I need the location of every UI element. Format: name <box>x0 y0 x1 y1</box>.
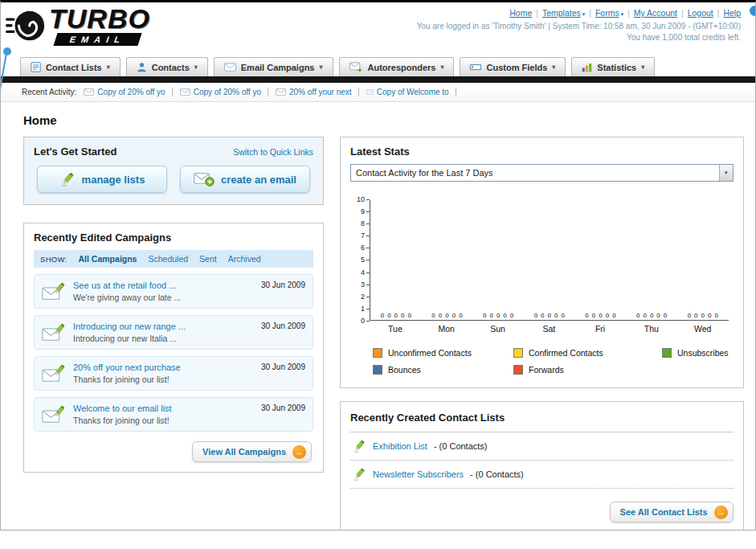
bar-value-label: 0 <box>452 313 456 319</box>
recent-activity-item[interactable]: Copy of Welcome to <box>366 88 456 96</box>
switch-quick-links-link[interactable]: Switch to Quick Links <box>233 147 313 157</box>
filter-archived[interactable]: Archived <box>228 254 261 264</box>
recent-activity-item[interactable]: Copy of 20% off yo <box>180 88 268 96</box>
bar-value-label: 0 <box>585 313 588 319</box>
email-icon <box>276 88 286 96</box>
bar-value-label: 0 <box>534 313 537 319</box>
chevron-down-icon: ▾ <box>194 64 198 71</box>
recent-activity-item[interactable]: Copy of 20% off yo <box>84 88 172 96</box>
nav-logout-link[interactable]: Logout <box>688 8 713 18</box>
activity-text: Copy of 20% off yo <box>97 88 165 96</box>
tab-statistics[interactable]: Statistics ▾ <box>571 57 655 76</box>
email-icon <box>84 88 94 96</box>
nav-label: Forms <box>595 8 619 18</box>
credits-info: You have 1,000 total credits left. <box>417 33 741 42</box>
campaign-title-link[interactable]: Introducing our new range ... <box>73 322 249 331</box>
campaign-title-link[interactable]: Welcome to our email list <box>73 404 249 413</box>
nav-my-account-link[interactable]: My Account <box>634 8 677 18</box>
campaign-subtitle: Thanks for joining our list! <box>73 416 249 425</box>
legend-label: Bounces <box>388 365 421 375</box>
campaign-row[interactable]: Introducing our new range ... Introducin… <box>34 315 313 350</box>
tab-autoresponders[interactable]: Autoresponders ▾ <box>339 57 455 76</box>
view-all-campaigns-button[interactable]: View All Campaigns → <box>192 441 312 462</box>
bar-group: 00000 <box>626 313 677 320</box>
tab-contacts[interactable]: Contacts ▾ <box>126 57 208 76</box>
y-axis-label: 6 <box>361 244 370 252</box>
x-axis-label: Fri <box>574 324 626 334</box>
campaign-date: 30 Jun 2009 <box>261 322 305 330</box>
filter-all-campaigns[interactable]: All Campaigns <box>79 254 137 264</box>
contact-lists-title: Recently Created Contact Lists <box>350 412 505 424</box>
bar-value-label: 0 <box>548 313 551 319</box>
legend-swatch <box>662 348 672 358</box>
bar-value-label: 0 <box>387 313 390 319</box>
recent-activity-item[interactable]: 20% off your next <box>276 88 359 96</box>
chart-legend: Unconfirmed ContactsConfirmed ContactsUn… <box>373 348 729 375</box>
contact-list-link[interactable]: Newsletter Subscribers <box>373 469 464 479</box>
contact-list-link[interactable]: Exhibition List <box>373 441 427 451</box>
contact-list-item[interactable]: Newsletter Subscribers - (0 Contacts) <box>350 461 734 489</box>
arrow-right-icon: → <box>714 506 728 519</box>
nav-home-link[interactable]: Home <box>509 8 532 18</box>
statistics-icon <box>582 63 592 72</box>
y-axis-label: 1 <box>361 305 370 313</box>
decor-blue-dot-left <box>3 47 11 55</box>
filter-scheduled[interactable]: Scheduled <box>148 254 188 264</box>
bar-value-label: 0 <box>636 313 640 319</box>
campaign-title-link[interactable]: See us at the retail food ... <box>73 281 249 290</box>
y-axis-label: 5 <box>361 256 370 264</box>
bar-value-label: 0 <box>606 313 609 319</box>
x-axis-label: Wed <box>677 324 729 334</box>
campaign-title-link[interactable]: 20% off your next purchase <box>73 363 249 372</box>
stats-period-select[interactable]: Contact Activity for the Last 7 Days ▼ <box>350 164 734 182</box>
contact-list-item[interactable]: Exhibition List - (0 Contacts) <box>350 432 734 461</box>
tab-label: Email Campaigns <box>241 63 315 72</box>
manage-lists-button[interactable]: manage lists <box>37 166 167 193</box>
contact-activity-chart: 109876543210 000000000000000000000000000… <box>350 196 734 375</box>
page-title: Home <box>23 113 731 127</box>
bar-value-label: 0 <box>688 313 691 319</box>
bar-value-label: 0 <box>401 313 404 319</box>
tab-custom-fields[interactable]: Custom Fields ▾ <box>460 57 566 76</box>
y-axis-label: 4 <box>361 269 370 277</box>
select-value: Contact Activity for the Last 7 Days <box>356 168 493 178</box>
campaign-row[interactable]: See us at the retail food ... We're givi… <box>34 274 313 309</box>
bar-value-label: 0 <box>656 313 660 319</box>
campaign-row[interactable]: 20% off your next purchase Thanks for jo… <box>34 356 313 391</box>
stats-title: Latest Stats <box>350 145 734 158</box>
y-axis-label: 7 <box>361 232 370 240</box>
y-axis-label: 3 <box>361 281 370 289</box>
app-window: TURBO EMAIL Home|Templates▾|Forms▾|My Ac… <box>0 0 756 531</box>
see-all-contact-lists-button[interactable]: See All Contact Lists → <box>610 502 734 522</box>
latest-stats-panel: Latest Stats Contact Activity for the La… <box>340 137 744 388</box>
campaign-row[interactable]: Welcome to our email list Thanks for joi… <box>34 397 313 432</box>
contacts-icon <box>137 62 147 72</box>
chart-x-labels: TueMonSunSatFriThuWed <box>370 324 729 334</box>
tab-contact-lists[interactable]: Contact Lists ▾ <box>20 57 121 76</box>
tab-email-campaigns[interactable]: Email Campaigns ▾ <box>214 57 333 76</box>
bar-value-label: 0 <box>612 313 615 319</box>
chart-plot: 00000000000000000000000000000000000 <box>370 200 729 321</box>
button-label: View All Campaigns <box>202 447 286 457</box>
legend-label: Unsubscribes <box>677 348 729 358</box>
create-email-button[interactable]: create an email <box>180 166 310 193</box>
bar-value-label: 0 <box>381 313 384 319</box>
campaign-subtitle: We're giving away our late ... <box>73 293 249 302</box>
nav-forms-link[interactable]: Forms▾ <box>595 8 623 18</box>
nav-templates-link[interactable]: Templates▾ <box>542 8 585 18</box>
campaign-text: Introducing our new range ... Introducin… <box>73 322 249 343</box>
legend-swatch <box>373 365 382 375</box>
y-axis-label: 10 <box>357 196 370 203</box>
nav-help-link[interactable]: Help <box>723 8 741 18</box>
arrow-right-icon: → <box>292 445 306 459</box>
show-label: SHOW: <box>40 255 67 264</box>
contact-lists-icon <box>31 62 41 72</box>
email-campaigns-icon <box>224 63 236 72</box>
bar-value-label: 0 <box>701 313 705 319</box>
envelope-pencil-icon <box>42 282 66 301</box>
bar-value-label: 0 <box>541 313 544 319</box>
filter-sent[interactable]: Sent <box>199 254 217 264</box>
nav-label: Templates <box>542 8 581 18</box>
bar-value-label: 0 <box>459 313 462 319</box>
separator: | <box>681 9 684 18</box>
